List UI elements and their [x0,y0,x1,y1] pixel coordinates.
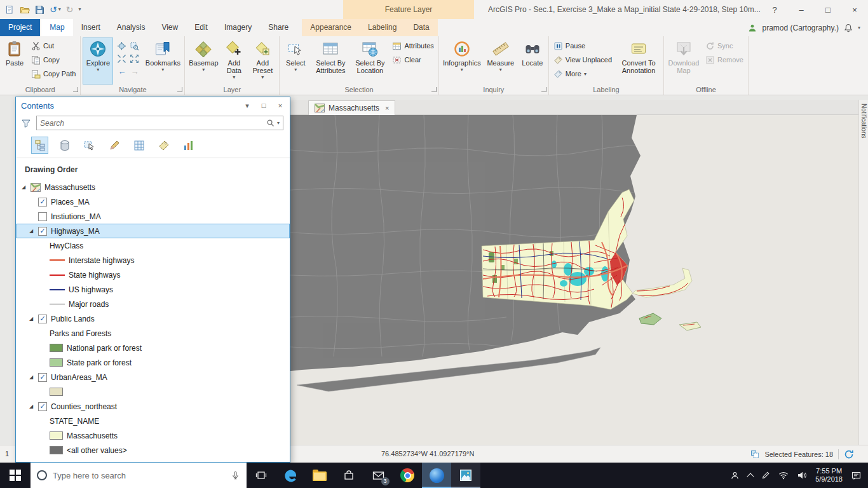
navigate-dialog-launcher[interactable] [177,87,182,92]
infographics-button[interactable]: Infographics ▾ [441,37,483,85]
ribbon-collapse-caret-icon[interactable]: ▾ [858,25,860,30]
copy-path-button[interactable]: Copy Path [29,67,78,80]
taskbar-chrome-icon[interactable] [393,463,422,488]
hidden-icons-chevron[interactable] [747,473,754,480]
more-labeling-button[interactable]: More ▾ [551,67,614,80]
legend-row-us-highways[interactable]: US highways [16,282,290,297]
counties-checkbox[interactable]: ✓ [38,402,47,411]
highways-checkbox[interactable]: ✓ [38,227,47,236]
sync-button[interactable]: Sync [703,39,746,52]
open-project-button[interactable] [20,5,30,15]
other-values-swatch[interactable] [50,446,63,454]
tab-imagery[interactable]: Imagery [216,19,260,36]
clear-selection-button[interactable]: Clear [390,53,436,66]
taskbar-clock[interactable]: 7:55 PM 5/9/2018 [815,467,843,484]
taskbar-file-explorer-icon[interactable] [305,463,334,488]
volume-icon[interactable] [797,470,807,480]
basemap-button[interactable]: Basemap ▾ [187,37,220,85]
legend-row-interstate[interactable]: Interstate highways [16,253,290,268]
convert-to-annotation-button[interactable]: Convert To Annotation [616,37,661,85]
new-project-button[interactable] [5,5,15,15]
customize-quick-access-button[interactable]: ▾ [78,7,81,12]
action-center-icon[interactable] [851,470,862,481]
expander-icon[interactable]: ◢ [20,184,27,190]
pen-icon[interactable] [761,471,770,480]
list-by-drawing-order-tab[interactable] [31,137,48,154]
attributes-button[interactable]: Attributes [390,39,436,52]
taskbar-search-input[interactable] [53,471,225,480]
fixed-zoom-out-button[interactable] [128,53,140,65]
user-account[interactable]: pramod (Cartography.) ▾ [748,19,868,36]
bookmarks-button[interactable]: Bookmarks ▾ [143,37,182,85]
tab-map[interactable]: Map [41,19,72,36]
tab-appearance[interactable]: Appearance [302,19,360,36]
copy-button[interactable]: Copy [29,53,78,66]
start-button[interactable] [0,463,31,488]
layer-row-places[interactable]: ✓ Places_MA [16,194,290,209]
legend-row-state-park[interactable]: State park or forest [16,355,290,370]
redo-button[interactable]: ↻ [66,5,74,14]
legend-row-state-highways[interactable]: State highways [16,268,290,282]
map-view-tab[interactable]: Massachusetts × [308,100,395,115]
task-view-button[interactable] [247,463,276,488]
paste-button[interactable]: Paste [2,37,27,85]
next-extent-button[interactable]: → [128,65,140,78]
counties-expander-icon[interactable]: ◢ [28,403,34,409]
layer-row-public-lands[interactable]: ◢ ✓ Public Lands [16,311,290,326]
add-data-button[interactable]: Add Data ▾ [221,37,247,85]
tab-share[interactable]: Share [260,19,297,36]
mic-icon[interactable] [231,471,240,480]
list-by-data-source-tab[interactable] [56,137,73,154]
pane-menu-icon[interactable]: ▾ [243,102,252,110]
national-park-swatch[interactable] [50,344,63,352]
urban-areas-checkbox[interactable]: ✓ [38,373,47,382]
tab-edit[interactable]: Edit [186,19,216,36]
legend-row-massachusetts[interactable]: Massachusetts [16,428,290,443]
select-button[interactable]: Select ▾ [281,37,309,85]
layer-row-urban-areas[interactable]: ◢ ✓ UrbanAreas_MA [16,370,290,384]
tab-data[interactable]: Data [405,19,437,36]
notifications-tab[interactable]: Notifications [858,100,868,445]
interstate-swatch[interactable] [50,259,65,261]
taskbar-mail-icon[interactable]: 3 [363,463,393,488]
layer-row-highways[interactable]: ◢ ✓ Highways_MA [16,224,290,238]
massachusetts-swatch[interactable] [50,431,63,440]
legend-row-other-values[interactable]: <all other values> [16,443,290,458]
taskbar-store-icon[interactable] [334,463,363,488]
taskbar-active-browser-icon[interactable] [422,463,451,488]
minimize-button[interactable]: – [788,0,815,19]
state-highways-swatch[interactable] [50,274,65,276]
zoom-to-selection-button[interactable] [128,40,140,52]
full-extent-button[interactable] [116,40,128,52]
selection-dialog-launcher[interactable] [431,87,437,92]
filter-icon[interactable] [21,118,31,128]
people-icon[interactable] [730,471,740,480]
tab-labeling[interactable]: Labeling [360,19,405,36]
inquiry-dialog-launcher[interactable] [541,87,546,92]
tab-view[interactable]: View [153,19,186,36]
list-by-selection-tab[interactable] [81,137,98,154]
taskbar-search[interactable] [31,463,247,488]
tab-analysis[interactable]: Analysis [109,19,154,36]
institutions-checkbox[interactable]: ✓ [38,212,47,221]
maximize-button[interactable]: □ [815,0,841,19]
state-park-swatch[interactable] [50,358,63,367]
urban-areas-expander-icon[interactable]: ◢ [28,374,34,380]
public-lands-expander-icon[interactable]: ◢ [28,316,34,322]
pause-labeling-button[interactable]: Pause [551,39,614,52]
legend-row-major-roads[interactable]: Major roads [16,297,290,311]
explore-button[interactable]: Explore ▾ [83,37,113,85]
close-tab-icon[interactable]: × [385,104,389,112]
notifications-bell-icon[interactable] [844,24,853,32]
locate-button[interactable]: Locate [519,37,546,85]
major-roads-swatch[interactable] [50,304,65,304]
us-highways-swatch[interactable] [50,289,65,290]
help-button[interactable]: ? [761,0,788,19]
measure-button[interactable]: Measure ▾ [484,37,517,85]
map-canvas[interactable] [290,115,868,445]
highways-expander-icon[interactable]: ◢ [28,228,34,234]
undo-button[interactable]: ↺▾ [50,5,61,14]
tab-project[interactable]: Project [0,19,40,36]
pane-maximize-icon[interactable]: □ [259,102,268,109]
urban-areas-swatch[interactable] [50,388,63,396]
